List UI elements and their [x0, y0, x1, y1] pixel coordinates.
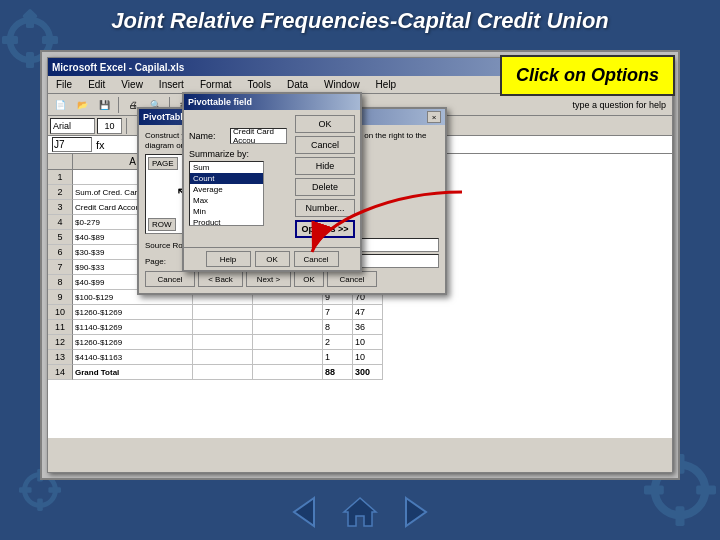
summarize-option-product[interactable]: Product: [190, 217, 263, 226]
cell-b12[interactable]: [193, 335, 253, 350]
toolbar-open[interactable]: 📂: [72, 96, 92, 114]
svg-rect-15: [48, 487, 61, 493]
next-button[interactable]: Next >: [246, 271, 291, 287]
cell-a10[interactable]: $1260-$1269: [73, 305, 193, 320]
table-row: 12 $1260-$1269 2 10: [48, 335, 672, 350]
summarize-option-min[interactable]: Min: [190, 206, 263, 217]
summarize-option-average[interactable]: Average: [190, 184, 263, 195]
main-content: Microsoft Excel - Capilal.xls _ □ × File…: [40, 50, 680, 480]
cell-d11[interactable]: 8: [323, 320, 353, 335]
field-cancel2-button[interactable]: Cancel: [294, 251, 339, 267]
field-hide-button[interactable]: Hide: [295, 157, 355, 175]
cell-e13[interactable]: 10: [353, 350, 383, 365]
cell-c14[interactable]: [253, 365, 323, 380]
toolbar-sep-5: [126, 118, 127, 134]
svg-rect-5: [22, 8, 38, 24]
field-ok-button[interactable]: OK: [295, 115, 355, 133]
svg-rect-3: [2, 36, 18, 44]
menu-tools[interactable]: Tools: [244, 78, 275, 91]
cell-a13[interactable]: $4140-$1163: [73, 350, 193, 365]
field-dialog-body: Name: Credit Card Accou Summarize by: Su…: [184, 110, 360, 247]
summarize-option-count[interactable]: Count: [190, 173, 263, 184]
pivot-row-area[interactable]: ROW: [148, 218, 176, 231]
row-num-6: 6: [48, 245, 73, 260]
menu-file[interactable]: File: [52, 78, 76, 91]
cell-b11[interactable]: [193, 320, 253, 335]
toolbar-new[interactable]: 📄: [50, 96, 70, 114]
cell-e10[interactable]: 47: [353, 305, 383, 320]
field-ok2-button[interactable]: OK: [255, 251, 290, 267]
pivot-action-buttons: Cancel < Back Next > OK Cancel: [145, 271, 439, 287]
cell-reference[interactable]: J7: [52, 137, 92, 152]
cell-d10[interactable]: 7: [323, 305, 353, 320]
nav-home-button[interactable]: [342, 494, 378, 530]
menu-view[interactable]: View: [117, 78, 147, 91]
row-num-9: 9: [48, 290, 73, 305]
svg-rect-1: [26, 12, 34, 28]
pivot-close-button[interactable]: ×: [427, 111, 441, 123]
cell-d13[interactable]: 1: [323, 350, 353, 365]
pivot-page-area[interactable]: PAGE: [148, 157, 178, 170]
cell-b14[interactable]: [193, 365, 253, 380]
field-help-button[interactable]: Help: [206, 251, 251, 267]
field-right-buttons: OK Cancel Hide Delete Number... Options …: [295, 115, 355, 238]
toolbar-save[interactable]: 💾: [94, 96, 114, 114]
summarize-list[interactable]: Sum Count Average Max Min Product Count …: [189, 161, 264, 226]
menu-insert[interactable]: Insert: [155, 78, 188, 91]
cell-b10[interactable]: [193, 305, 253, 320]
field-name-input-row: Name: Credit Card Accou: [189, 128, 287, 144]
menu-format[interactable]: Format: [196, 78, 236, 91]
field-delete-button[interactable]: Delete: [295, 178, 355, 196]
cancel-button[interactable]: Cancel: [145, 271, 195, 287]
field-titlebar: Pivottable field: [184, 94, 360, 110]
nav-back-button[interactable]: [286, 494, 322, 530]
summarize-option-max[interactable]: Max: [190, 195, 263, 206]
cell-e11[interactable]: 36: [353, 320, 383, 335]
row-num-3: 3: [48, 200, 73, 215]
svg-marker-17: [294, 498, 314, 526]
svg-rect-14: [19, 487, 32, 493]
toolbar-help-text: type a question for help: [568, 100, 670, 110]
cell-d14[interactable]: 88: [323, 365, 353, 380]
svg-marker-19: [406, 498, 426, 526]
cell-e14[interactable]: 300: [353, 365, 383, 380]
cell-c13[interactable]: [253, 350, 323, 365]
menu-edit[interactable]: Edit: [84, 78, 109, 91]
menu-window[interactable]: Window: [320, 78, 364, 91]
back-button[interactable]: < Back: [198, 271, 243, 287]
excel-title: Microsoft Excel - Capilal.xls: [52, 62, 184, 73]
field-options-button[interactable]: Options >>: [295, 220, 355, 238]
field-cancel-button[interactable]: Cancel: [295, 136, 355, 154]
cell-a12[interactable]: $1260-$1269: [73, 335, 193, 350]
formula-equals: fx: [96, 139, 105, 151]
cell-c10[interactable]: [253, 305, 323, 320]
font-size-selector[interactable]: 10: [97, 118, 122, 134]
summarize-section: Sum Count Average Max Min Product Count …: [189, 161, 287, 226]
menu-help[interactable]: Help: [372, 78, 401, 91]
row-num-12: 12: [48, 335, 73, 350]
field-number-button[interactable]: Number...: [295, 199, 355, 217]
cancel2-button[interactable]: Cancel: [327, 271, 377, 287]
row-num-8: 8: [48, 275, 73, 290]
row-num-13: 13: [48, 350, 73, 365]
cell-a14[interactable]: Grand Total: [73, 365, 193, 380]
navigation-bar: [0, 494, 720, 530]
cell-c12[interactable]: [253, 335, 323, 350]
cell-d12[interactable]: 2: [323, 335, 353, 350]
field-footer: Help OK Cancel: [184, 247, 360, 270]
row-num-1: 1: [48, 170, 73, 185]
cell-e12[interactable]: 10: [353, 335, 383, 350]
summarize-label: Summarize by:: [189, 149, 287, 159]
row-num-7: 7: [48, 260, 73, 275]
font-selector[interactable]: Arial: [50, 118, 95, 134]
summarize-option-sum[interactable]: Sum: [190, 162, 263, 173]
menu-data[interactable]: Data: [283, 78, 312, 91]
cell-c11[interactable]: [253, 320, 323, 335]
field-name-input[interactable]: Credit Card Accou: [230, 128, 287, 144]
corner-cell: [48, 154, 73, 170]
nav-forward-button[interactable]: [398, 494, 434, 530]
cell-b13[interactable]: [193, 350, 253, 365]
row-num-10: 10: [48, 305, 73, 320]
cell-a11[interactable]: $1140-$1269: [73, 320, 193, 335]
ok-button[interactable]: OK: [294, 271, 324, 287]
